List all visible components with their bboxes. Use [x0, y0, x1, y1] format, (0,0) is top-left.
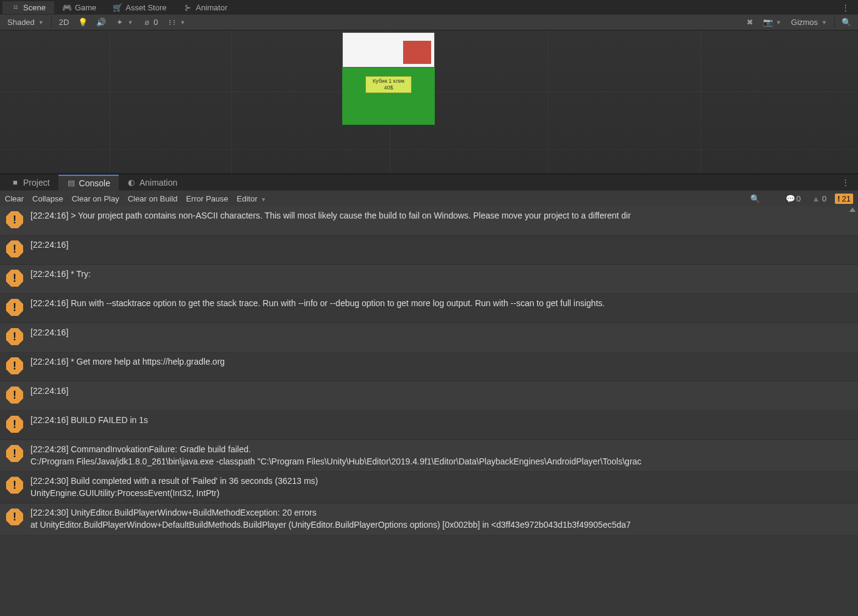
error-count: 21 — [842, 194, 851, 203]
info-count: 0 — [796, 194, 801, 203]
lightbulb-icon: 💡 — [79, 18, 87, 27]
tools-icon: ✖ — [745, 18, 754, 27]
grid-snap-icon: ⫶⫶ — [168, 18, 177, 27]
scene-toolbar: Shaded ▼ 2D 💡 🔊 ✦▼ ø0 ⫶⫶▼ ✖ 📷▼ Gizmos ▼ … — [0, 15, 858, 30]
error-count-toggle[interactable]: ! 21 — [835, 194, 853, 204]
console-icon: ▤ — [67, 179, 76, 187]
console-search[interactable]: 🔍 — [739, 194, 772, 203]
grid-line — [231, 30, 232, 173]
scene-gameobject[interactable]: Кубик 1 клик 40$ — [342, 32, 435, 125]
tab-game[interactable]: 🎮 Game — [54, 1, 105, 14]
error-icon: ! — [6, 211, 24, 229]
hidden-objects[interactable]: ø0 — [139, 16, 161, 28]
panel-menu-button[interactable]: ⋮ — [835, 178, 856, 187]
console-row[interactable]: ![22:24:16] * Try: — [0, 265, 858, 294]
tab-asset-store[interactable]: 🛒 Asset Store — [105, 1, 175, 14]
chevron-down-icon: ▼ — [127, 19, 133, 26]
clock-icon: ◐ — [127, 178, 136, 187]
editor-dropdown[interactable]: Editor ▼ — [237, 194, 267, 203]
2d-toggle[interactable]: 2D — [55, 16, 73, 28]
tab-scene[interactable]: ⌗ Scene — [2, 1, 54, 14]
console-row[interactable]: ![22:24:16] BUILD FAILED in 1s — [0, 411, 858, 440]
tab-label: Game — [75, 3, 96, 12]
console-message-text: [22:24:16] — [30, 385, 68, 397]
animator-icon: ⊱ — [183, 3, 192, 12]
separator — [51, 17, 52, 28]
scene-viewport[interactable]: Кубик 1 клик 40$ — [0, 30, 858, 173]
console-row[interactable]: ![22:24:16] > Your project path contains… — [0, 206, 858, 236]
console-row[interactable]: ![22:24:30] Build completed with a resul… — [0, 472, 858, 503]
lower-panel-tabs: ■ Project ▤ Console ◐ Animation ⋮ — [0, 173, 858, 191]
console-message-text: [22:24:16] > Your project path contains … — [30, 210, 631, 222]
tab-project[interactable]: ■ Project — [2, 175, 58, 190]
error-icon: ! — [6, 328, 24, 346]
clear-on-build-toggle[interactable]: Clear on Build — [128, 194, 178, 203]
chevron-down-icon: ▼ — [776, 19, 781, 26]
console-row[interactable]: ![22:24:16] — [0, 236, 858, 265]
tab-label: Scene — [23, 3, 46, 12]
grid-line — [110, 30, 110, 173]
console-row[interactable]: ![22:24:16] * Get more help at https://h… — [0, 352, 858, 382]
console-message-text: [22:24:16] Run with --stacktrace option … — [30, 298, 605, 310]
tab-animator[interactable]: ⊱ Animator — [175, 1, 236, 14]
gizmos-dropdown[interactable]: Gizmos ▼ — [787, 16, 831, 28]
console-message-text: [22:24:16] — [30, 327, 68, 339]
error-icon: ! — [6, 270, 24, 288]
warning-count-toggle[interactable]: ▲ 0 — [809, 194, 829, 204]
fx-dropdown[interactable]: ✦▼ — [111, 17, 136, 28]
cart-icon: 🛒 — [113, 3, 122, 12]
console-row[interactable]: ![22:24:16] — [0, 382, 858, 411]
chevron-down-icon: ▼ — [821, 19, 827, 26]
console-row[interactable]: ![22:24:28] CommandInvokationFailure: Gr… — [0, 440, 858, 472]
error-icon: ! — [837, 194, 840, 203]
clear-button[interactable]: Clear — [5, 194, 24, 203]
shading-label: Shaded — [7, 18, 35, 27]
chevron-down-icon: ▼ — [180, 19, 186, 26]
console-row[interactable]: ![22:24:30] UnityEditor.BuildPlayerWindo… — [0, 503, 858, 535]
separator — [834, 17, 835, 28]
console-row[interactable]: ![22:24:16] — [0, 323, 858, 352]
fx-icon: ✦ — [115, 18, 124, 27]
error-icon: ! — [6, 416, 24, 434]
obj-red-block — [403, 41, 431, 64]
grid-icon: ⌗ — [11, 3, 19, 12]
console-message-text: [22:24:30] UnityEditor.BuildPlayerWindow… — [30, 507, 631, 531]
scroll-up-arrow[interactable] — [849, 208, 856, 212]
shading-dropdown[interactable]: Shaded ▼ — [4, 16, 47, 28]
scene-view-tabs: ⌗ Scene 🎮 Game 🛒 Asset Store ⊱ Animator … — [0, 0, 858, 15]
error-icon: ! — [6, 240, 24, 259]
search-icon: 🔍 — [842, 18, 851, 27]
console-message-list[interactable]: ![22:24:16] > Your project path contains… — [0, 206, 858, 614]
error-icon: ! — [6, 508, 24, 527]
eye-off-icon: ø — [142, 18, 151, 27]
info-count-toggle[interactable]: 💬 0 — [784, 194, 803, 204]
grid-dropdown[interactable]: ⫶⫶▼ — [164, 17, 189, 28]
tab-console[interactable]: ▤ Console — [58, 175, 119, 191]
error-icon: ! — [6, 387, 24, 405]
tab-label: Asset Store — [125, 3, 166, 12]
search-icon: 🔍 — [751, 194, 759, 203]
error-icon: ! — [6, 477, 24, 495]
chevron-down-icon: ▼ — [38, 19, 44, 26]
clear-on-play-toggle[interactable]: Clear on Play — [72, 194, 119, 203]
tab-animation[interactable]: ◐ Animation — [119, 175, 186, 190]
tab-menu-button[interactable]: ⋮ — [835, 3, 856, 12]
console-message-text: [22:24:28] CommandInvokationFailure: Gra… — [30, 444, 641, 467]
gamepad-icon: 🎮 — [63, 3, 71, 12]
camera-dropdown[interactable]: 📷▼ — [760, 17, 785, 28]
audio-toggle[interactable]: 🔊 — [93, 17, 109, 28]
scene-search[interactable]: 🔍 — [839, 17, 854, 28]
camera-icon: 📷 — [764, 18, 772, 27]
console-message-text: [22:24:30] Build completed with a result… — [30, 475, 318, 499]
error-icon: ! — [6, 299, 24, 317]
console-toolbar: Clear Collapse Clear on Play Clear on Bu… — [0, 191, 858, 206]
tab-label: Project — [23, 178, 50, 187]
obj-price-label: Кубик 1 клик 40$ — [365, 76, 412, 93]
tools-button[interactable]: ✖ — [742, 17, 758, 28]
lighting-toggle[interactable]: 💡 — [75, 17, 91, 28]
collapse-toggle[interactable]: Collapse — [32, 194, 63, 203]
error-pause-toggle[interactable]: Error Pause — [186, 194, 228, 203]
message-counters: 💬 0 ▲ 0 ! 21 — [784, 194, 853, 204]
tab-label: Console — [79, 178, 110, 188]
console-row[interactable]: ![22:24:16] Run with --stacktrace option… — [0, 294, 858, 323]
